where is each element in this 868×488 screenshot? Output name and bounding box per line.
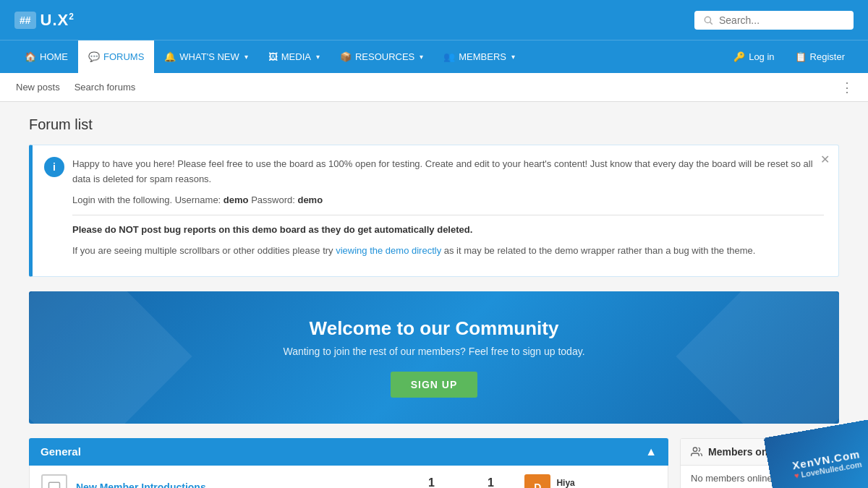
nav-label-home: HOME	[40, 51, 68, 62]
logo-box: ##	[14, 12, 36, 29]
register-icon: 📋	[795, 51, 807, 62]
search-box[interactable]	[694, 11, 854, 30]
nav-label-media: MEDIA	[281, 51, 311, 62]
members-caret: ▾	[511, 53, 515, 61]
forum-name[interactable]: New Member Introductions	[76, 481, 397, 488]
members-icon	[691, 446, 702, 458]
signup-button[interactable]: SIGN UP	[391, 372, 478, 398]
notice-box: i ✕ Happy to have you here! Please feel …	[29, 145, 839, 277]
new-posts-link[interactable]: New posts	[14, 74, 61, 100]
nav-item-forums[interactable]: 💬 FORUMS	[78, 40, 154, 74]
page-title: Forum list	[29, 116, 839, 133]
forum-row: New Member Introductions 1 Threads 1 Mes…	[29, 466, 668, 488]
nav-label-forums: FORUMS	[103, 51, 144, 62]
svg-line-1	[710, 22, 712, 24]
avatar: D	[524, 474, 550, 488]
page-content: Forum list i ✕ Happy to have you here! P…	[14, 102, 854, 488]
heart-icon: ♥	[793, 471, 800, 480]
notice-line4: If you are seeing multiple scrollbars or…	[72, 244, 824, 259]
welcome-banner: Welcome to our Community Wanting to join…	[29, 291, 839, 424]
messages-count: 1	[465, 476, 516, 488]
nav-item-home[interactable]: 🏠 HOME	[14, 40, 78, 74]
demo-link[interactable]: viewing the demo directly	[336, 245, 441, 256]
media-icon: 🖼	[268, 51, 278, 62]
resources-icon: 📦	[340, 51, 352, 62]
register-button[interactable]: 📋 Register	[786, 48, 854, 66]
key-icon: 🔑	[733, 51, 745, 62]
resources-caret: ▾	[420, 53, 423, 61]
avatar-text: D	[534, 481, 541, 488]
svg-point-0	[705, 17, 710, 22]
last-post: D Hiya Nov 14, 2017 · Dalton Prock	[524, 474, 656, 488]
search-input[interactable]	[719, 14, 845, 26]
forum-threads-stats: 1 Threads	[406, 476, 456, 488]
forum-section: General ▲ New Member Introductions 1 Thr…	[29, 438, 668, 488]
section-header: General ▲	[29, 438, 668, 466]
main-layout: General ▲ New Member Introductions 1 Thr…	[29, 438, 839, 488]
nav-label-whats-new: WHAT'S NEW	[179, 51, 239, 62]
search-icon	[703, 15, 713, 25]
section-title: General	[41, 445, 81, 458]
notice-close-button[interactable]: ✕	[820, 153, 830, 166]
notice-line2: Login with the following. Username: demo…	[72, 193, 824, 208]
media-caret: ▾	[316, 53, 320, 61]
header: ## U.X2	[0, 0, 868, 40]
nav-left: 🏠 HOME 💬 FORUMS 🔔 WHAT'S NEW ▾ 🖼 MEDIA ▾…	[14, 40, 525, 74]
svg-rect-2	[49, 482, 60, 488]
notice-text: Happy to have you here! Please feel free…	[72, 157, 824, 259]
nav-item-whats-new[interactable]: 🔔 WHAT'S NEW ▾	[154, 40, 258, 74]
notice-login-prefix: Login with the following. Username:	[72, 194, 224, 205]
nav-item-members[interactable]: 👥 MEMBERS ▾	[433, 40, 525, 74]
members-icon: 👥	[443, 51, 455, 62]
login-button[interactable]: 🔑 Log in	[725, 48, 783, 66]
whats-new-icon: 🔔	[164, 51, 176, 62]
nav-item-media[interactable]: 🖼 MEDIA ▾	[258, 40, 330, 74]
notice-pwd-middle: Password:	[249, 194, 298, 205]
svg-point-8	[693, 448, 697, 451]
nav-item-resources[interactable]: 📦 RESOURCES ▾	[330, 40, 433, 74]
forums-icon: 💬	[88, 51, 100, 62]
last-post-info: Hiya Nov 14, 2017 · Dalton Prock	[556, 478, 656, 488]
logo: ## U.X2	[14, 11, 75, 30]
home-icon: 🏠	[25, 51, 36, 62]
more-options-button[interactable]: ⋮	[841, 80, 854, 95]
notice-password: demo	[297, 194, 323, 205]
login-label: Log in	[749, 51, 774, 62]
notice-text3-prefix: If you are seeing multiple scrollbars or…	[72, 245, 336, 256]
section-toggle-button[interactable]: ▲	[645, 445, 657, 458]
nav-right: 🔑 Log in 📋 Register	[725, 48, 854, 66]
forum-messages-stats: 1 Messages	[465, 476, 516, 488]
sub-nav: New posts Search forums ⋮	[0, 73, 868, 102]
info-icon: i	[44, 157, 64, 177]
welcome-subtitle: Wanting to join the rest of our members?…	[43, 346, 825, 357]
search-forums-link[interactable]: Search forums	[73, 74, 137, 100]
forum-row-icon	[41, 474, 67, 488]
register-label: Register	[810, 51, 845, 62]
logo-text: U.X2	[41, 11, 75, 30]
nav-label-resources: RESOURCES	[355, 51, 414, 62]
main-nav: 🏠 HOME 💬 FORUMS 🔔 WHAT'S NEW ▾ 🖼 MEDIA ▾…	[0, 40, 868, 73]
notice-warning: Please do NOT post bug reports on this d…	[72, 224, 472, 235]
whats-new-caret: ▾	[244, 53, 248, 61]
logo-sup: 2	[69, 11, 75, 21]
notice-text3-suffix: as it may be related to the demo wrapper…	[441, 245, 755, 256]
last-post-title: Hiya	[556, 478, 656, 488]
notice-line3: Please do NOT post bug reports on this d…	[72, 223, 824, 238]
forum-info: New Member Introductions	[76, 481, 397, 488]
sub-nav-links: New posts Search forums	[14, 74, 137, 100]
logo-name: U.X	[41, 11, 69, 29]
nav-label-members: MEMBERS	[459, 51, 506, 62]
notice-line1: Happy to have you here! Please feel free…	[72, 157, 824, 187]
notice-username: demo	[224, 194, 249, 205]
threads-count: 1	[406, 476, 456, 488]
welcome-title: Welcome to our Community	[43, 317, 825, 340]
